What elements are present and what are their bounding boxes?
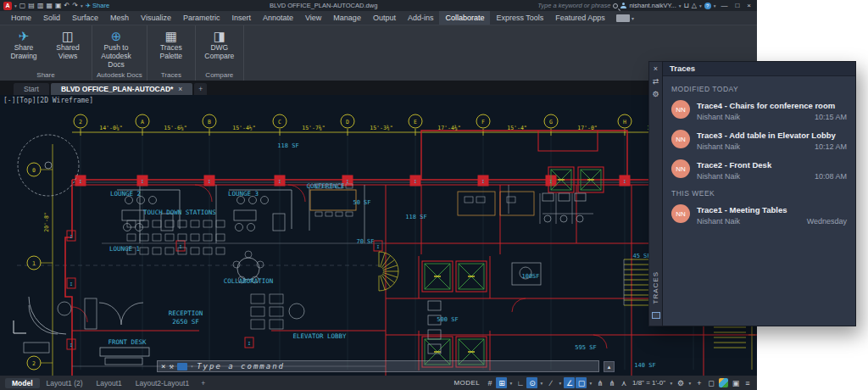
minimize-button[interactable]: — bbox=[718, 2, 730, 9]
trace-list-item[interactable]: NNTrace4 - Chairs for conference roomNis… bbox=[671, 100, 847, 121]
account-caret-icon[interactable]: ▾ bbox=[699, 3, 702, 8]
customize-menu-icon[interactable]: ≡ bbox=[743, 377, 754, 388]
ribbon-tab-featured-apps[interactable]: Featured Apps bbox=[549, 11, 611, 25]
ribbon-tab-home[interactable]: Home bbox=[5, 11, 37, 25]
trace-list-item[interactable]: NNTrace1 - Meeting TablesNishant NaikWed… bbox=[671, 204, 847, 226]
new-drawing-tab-button[interactable]: + bbox=[194, 83, 207, 95]
avatar: NN bbox=[671, 130, 690, 148]
tab-close-icon[interactable]: × bbox=[178, 85, 182, 93]
ribbon-tab-parametric[interactable]: Parametric bbox=[177, 11, 226, 25]
customize-wrench-icon[interactable]: ⚒ bbox=[169, 362, 173, 370]
share-quick-button[interactable]: ✈ Share bbox=[86, 2, 109, 9]
trace-list-item[interactable]: NNTrace2 - Front DeskNishant Naik10:08 A… bbox=[671, 159, 847, 181]
autodesk-account-icon[interactable]: △ bbox=[692, 0, 697, 11]
trace-list-item[interactable]: NNTrace3 - Add table in Elevator LobbyNi… bbox=[671, 130, 847, 151]
plot-icon[interactable]: ▣ bbox=[55, 0, 62, 11]
help-caret-icon[interactable]: ▾ bbox=[714, 3, 716, 8]
grid-display-icon[interactable]: # bbox=[484, 377, 495, 388]
close-button[interactable]: × bbox=[744, 2, 754, 9]
ribbon-tab-mesh[interactable]: Mesh bbox=[104, 11, 135, 25]
panel-close-icon[interactable]: × bbox=[654, 64, 658, 73]
layout-tab-model[interactable]: Model bbox=[5, 378, 40, 388]
command-input[interactable]: Type a command bbox=[197, 362, 285, 370]
ribbon-tab-express-tools[interactable]: Express Tools bbox=[490, 11, 549, 25]
annotation-scale-icon[interactable]: ⋏ bbox=[618, 377, 629, 388]
command-close-icon[interactable]: × bbox=[161, 362, 165, 370]
layout-tab-layout1-2-[interactable]: Layout1 (2) bbox=[40, 378, 90, 388]
new-file-icon[interactable]: ▢ bbox=[19, 0, 26, 11]
search-icon[interactable] bbox=[613, 3, 618, 8]
clean-screen-icon[interactable]: ▣ bbox=[731, 377, 742, 388]
snap-caret-icon[interactable]: ▾ bbox=[508, 377, 514, 388]
ribbon-tab-output[interactable]: Output bbox=[367, 11, 402, 25]
dwg-compare-button[interactable]: ◨DWGCompare bbox=[200, 28, 239, 70]
autocad-logo-icon[interactable]: A bbox=[3, 2, 12, 10]
ribbon-tab-annotate[interactable]: Annotate bbox=[257, 11, 299, 25]
tab-start[interactable]: Start bbox=[14, 83, 49, 95]
username-label[interactable]: nishant.naikVY... bbox=[629, 2, 676, 9]
traces-spine-bottom-icon[interactable] bbox=[652, 312, 660, 319]
command-line[interactable]: × ⚒ ▾ Type a command bbox=[157, 360, 599, 372]
annotation-scale-value[interactable]: 1/8" = 1'-0" bbox=[632, 379, 665, 387]
panel-autohide-icon[interactable]: ⇄ bbox=[653, 77, 659, 86]
ribbon-display-toggle[interactable] bbox=[616, 14, 630, 22]
share-drawing-icon: ✈ bbox=[19, 28, 30, 44]
ribbon-tab-visualize[interactable]: Visualize bbox=[135, 11, 177, 25]
logo-caret-icon[interactable]: ▾ bbox=[14, 3, 17, 8]
viewport-controls[interactable]: [-][Top][2D Wireframe] bbox=[3, 97, 93, 104]
ribbon-tab-add-ins[interactable]: Add-ins bbox=[402, 11, 440, 25]
ribbon-tab-view[interactable]: View bbox=[299, 11, 327, 25]
svg-text:I: I bbox=[346, 179, 348, 184]
redo-icon[interactable]: ↷ bbox=[72, 0, 78, 11]
ribbon-tab-manage[interactable]: Manage bbox=[327, 11, 367, 25]
ribbon-display-caret-icon[interactable]: ▾ bbox=[632, 15, 634, 21]
isodraft-icon[interactable]: ∕ bbox=[545, 377, 556, 388]
autotrack-icon[interactable]: ∠ bbox=[564, 377, 575, 388]
model-space-label[interactable]: MODEL bbox=[454, 379, 480, 387]
polar-tracking-icon[interactable]: ⊙ bbox=[526, 377, 537, 388]
polar-caret-icon[interactable]: ▾ bbox=[538, 377, 544, 388]
tab-active-drawing[interactable]: BLVD OFFICE_PLAN-AUTOCAD* × bbox=[51, 83, 192, 95]
new-layout-button[interactable]: + bbox=[196, 378, 210, 388]
undo-icon[interactable]: ↶ bbox=[64, 0, 70, 11]
isolate-objects-icon[interactable]: ◻ bbox=[706, 377, 717, 388]
recent-commands-icon[interactable] bbox=[177, 363, 187, 370]
save-as-icon[interactable]: ▦ bbox=[46, 0, 53, 11]
drawing-canvas[interactable]: [-][Top][2D Wireframe] IIIIIIIIIIIIIIII2… bbox=[0, 95, 757, 376]
share-drawing-button[interactable]: ✈ShareDrawing bbox=[4, 28, 43, 70]
isodraft-caret-icon[interactable]: ▾ bbox=[557, 377, 563, 388]
maximize-button[interactable]: □ bbox=[732, 2, 742, 9]
scale-caret-icon[interactable]: ▾ bbox=[669, 377, 675, 388]
ribbon-tab-solid[interactable]: Solid bbox=[37, 11, 66, 25]
osnap-icon[interactable]: ▢ bbox=[576, 377, 587, 388]
shared-views-button[interactable]: ◫SharedViews bbox=[48, 28, 87, 70]
user-avatar-icon[interactable] bbox=[620, 3, 626, 8]
help-icon[interactable]: ? bbox=[704, 3, 711, 9]
ribbon-tab-collaborate[interactable]: Collaborate bbox=[439, 11, 490, 25]
panel-settings-gear-icon[interactable]: ⚙ bbox=[652, 90, 659, 98]
annotation-visibility-icon[interactable]: ⋔ bbox=[594, 377, 605, 388]
svg-text:17'-4⅜": 17'-4⅜" bbox=[437, 125, 460, 131]
app-store-cart-icon[interactable]: ⊔ bbox=[684, 0, 689, 11]
hardware-accel-icon[interactable] bbox=[719, 378, 728, 387]
traces-palette-button[interactable]: ▦TracesPalette bbox=[152, 28, 191, 70]
undo-caret-icon[interactable]: ▾ bbox=[81, 3, 83, 8]
ribbon-tab-surface[interactable]: Surface bbox=[66, 11, 104, 25]
open-file-icon[interactable]: ▤ bbox=[28, 0, 35, 11]
gear-caret-icon[interactable]: ▾ bbox=[687, 377, 693, 388]
layout-tab-layout1[interactable]: Layout1 bbox=[90, 378, 129, 388]
search-input[interactable]: Type a keyword or phrase bbox=[537, 2, 610, 9]
settings-gear-icon[interactable]: ⚙ bbox=[676, 377, 687, 388]
ribbon-tab-insert[interactable]: Insert bbox=[225, 11, 257, 25]
customization-plus-icon[interactable]: + bbox=[694, 377, 705, 388]
push-to-autodesk-docs-button[interactable]: ⊕Push toAutodesk Docs bbox=[97, 28, 136, 70]
ortho-mode-icon[interactable]: ∟ bbox=[515, 377, 526, 388]
save-icon[interactable]: ▥ bbox=[37, 0, 44, 11]
layout-tab-layout2-layout1[interactable]: Layout2-Layout1 bbox=[129, 378, 196, 388]
osnap-caret-icon[interactable]: ▾ bbox=[587, 377, 593, 388]
username-caret-icon[interactable]: ▾ bbox=[679, 3, 682, 8]
snap-mode-icon[interactable]: ⊞ bbox=[496, 377, 507, 388]
command-history-up-button[interactable]: ▴ bbox=[604, 361, 615, 372]
recent-commands-caret-icon[interactable]: ▾ bbox=[191, 364, 193, 369]
annotation-autoscale-icon[interactable]: ⋔ bbox=[606, 377, 617, 388]
